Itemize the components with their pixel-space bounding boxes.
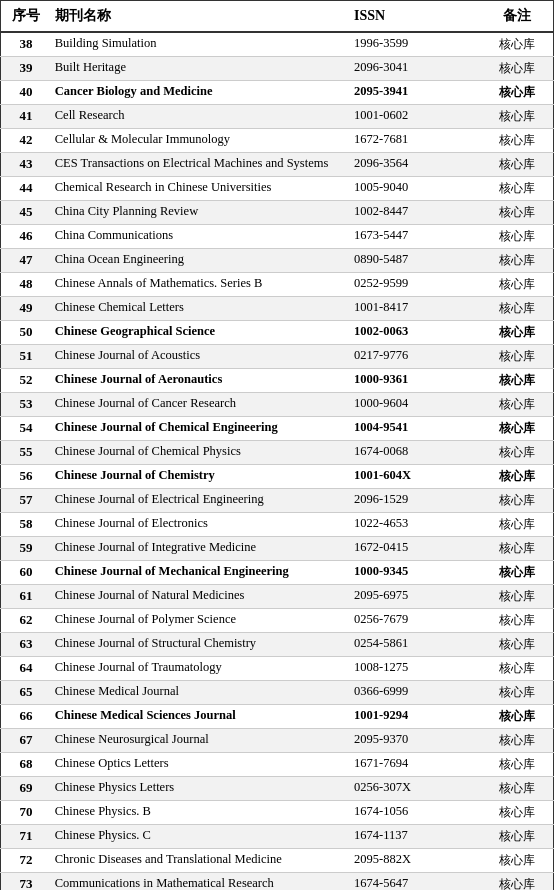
row-journal-name: Chinese Optics Letters	[51, 753, 350, 777]
table-row: 43CES Transactions on Electrical Machine…	[1, 153, 554, 177]
row-num: 61	[1, 585, 51, 609]
row-note: 核心库	[482, 201, 554, 225]
row-journal-name: Building Simulation	[51, 32, 350, 57]
row-issn: 1005-9040	[350, 177, 482, 201]
row-journal-name: Chronic Diseases and Translational Medic…	[51, 849, 350, 873]
row-issn: 1002-0063	[350, 321, 482, 345]
row-journal-name: Chinese Neurosurgical Journal	[51, 729, 350, 753]
row-issn: 1674-1056	[350, 801, 482, 825]
table-row: 42Cellular & Molecular Immunology1672-76…	[1, 129, 554, 153]
row-issn: 2095-882X	[350, 849, 482, 873]
table-row: 54Chinese Journal of Chemical Engineerin…	[1, 417, 554, 441]
row-note: 核心库	[482, 609, 554, 633]
row-journal-name: Chemical Research in Chinese Universitie…	[51, 177, 350, 201]
row-issn: 1001-9294	[350, 705, 482, 729]
row-journal-name: China Ocean Engineering	[51, 249, 350, 273]
row-issn: 0366-6999	[350, 681, 482, 705]
table-row: 66Chinese Medical Sciences Journal1001-9…	[1, 705, 554, 729]
table-row: 68Chinese Optics Letters1671-7694核心库	[1, 753, 554, 777]
row-journal-name: CES Transactions on Electrical Machines …	[51, 153, 350, 177]
table-row: 45China City Planning Review1002-8447核心库	[1, 201, 554, 225]
table-row: 61Chinese Journal of Natural Medicines20…	[1, 585, 554, 609]
row-issn: 2095-3941	[350, 81, 482, 105]
row-journal-name: China Communications	[51, 225, 350, 249]
table-row: 59Chinese Journal of Integrative Medicin…	[1, 537, 554, 561]
row-note: 核心库	[482, 297, 554, 321]
row-issn: 1022-4653	[350, 513, 482, 537]
row-num: 67	[1, 729, 51, 753]
row-issn: 1674-0068	[350, 441, 482, 465]
row-journal-name: Chinese Journal of Cancer Research	[51, 393, 350, 417]
table-row: 39Built Heritage2096-3041核心库	[1, 57, 554, 81]
table-row: 70Chinese Physics. B1674-1056核心库	[1, 801, 554, 825]
row-note: 核心库	[482, 32, 554, 57]
row-num: 42	[1, 129, 51, 153]
col-header-issn: ISSN	[350, 1, 482, 33]
row-journal-name: Chinese Journal of Aeronautics	[51, 369, 350, 393]
row-note: 核心库	[482, 393, 554, 417]
row-num: 47	[1, 249, 51, 273]
row-num: 59	[1, 537, 51, 561]
row-journal-name: Cellular & Molecular Immunology	[51, 129, 350, 153]
row-journal-name: Chinese Physics. C	[51, 825, 350, 849]
table-row: 55Chinese Journal of Chemical Physics167…	[1, 441, 554, 465]
row-num: 62	[1, 609, 51, 633]
table-row: 51Chinese Journal of Acoustics0217-9776核…	[1, 345, 554, 369]
row-num: 53	[1, 393, 51, 417]
row-issn: 1996-3599	[350, 32, 482, 57]
row-note: 核心库	[482, 417, 554, 441]
row-note: 核心库	[482, 585, 554, 609]
row-issn: 1001-0602	[350, 105, 482, 129]
row-num: 73	[1, 873, 51, 891]
row-issn: 0256-307X	[350, 777, 482, 801]
row-journal-name: Chinese Journal of Traumatology	[51, 657, 350, 681]
row-issn: 2095-6975	[350, 585, 482, 609]
row-journal-name: Chinese Journal of Chemistry	[51, 465, 350, 489]
row-num: 50	[1, 321, 51, 345]
row-note: 核心库	[482, 777, 554, 801]
table-header-row: 序号 期刊名称 ISSN 备注	[1, 1, 554, 33]
row-journal-name: Built Heritage	[51, 57, 350, 81]
row-journal-name: China City Planning Review	[51, 201, 350, 225]
row-num: 46	[1, 225, 51, 249]
row-issn: 0217-9776	[350, 345, 482, 369]
col-header-num: 序号	[1, 1, 51, 33]
row-journal-name: Chinese Medical Journal	[51, 681, 350, 705]
row-note: 核心库	[482, 369, 554, 393]
row-note: 核心库	[482, 657, 554, 681]
row-num: 51	[1, 345, 51, 369]
row-journal-name: Chinese Chemical Letters	[51, 297, 350, 321]
row-note: 核心库	[482, 801, 554, 825]
row-num: 45	[1, 201, 51, 225]
row-issn: 1002-8447	[350, 201, 482, 225]
table-row: 50Chinese Geographical Science1002-0063核…	[1, 321, 554, 345]
row-issn: 0890-5487	[350, 249, 482, 273]
row-journal-name: Chinese Journal of Mechanical Engineerin…	[51, 561, 350, 585]
row-issn: 1004-9541	[350, 417, 482, 441]
row-num: 64	[1, 657, 51, 681]
row-issn: 1000-9361	[350, 369, 482, 393]
row-note: 核心库	[482, 561, 554, 585]
col-header-name: 期刊名称	[51, 1, 350, 33]
journal-table-container: 序号 期刊名称 ISSN 备注 38Building Simulation199…	[0, 0, 554, 890]
table-row: 49Chinese Chemical Letters1001-8417核心库	[1, 297, 554, 321]
row-note: 核心库	[482, 225, 554, 249]
row-num: 71	[1, 825, 51, 849]
row-note: 核心库	[482, 153, 554, 177]
table-row: 52Chinese Journal of Aeronautics1000-936…	[1, 369, 554, 393]
table-row: 67Chinese Neurosurgical Journal2095-9370…	[1, 729, 554, 753]
row-num: 55	[1, 441, 51, 465]
row-issn: 0252-9599	[350, 273, 482, 297]
table-row: 40Cancer Biology and Medicine2095-3941核心…	[1, 81, 554, 105]
row-num: 43	[1, 153, 51, 177]
table-row: 56Chinese Journal of Chemistry1001-604X核…	[1, 465, 554, 489]
row-issn: 1000-9345	[350, 561, 482, 585]
row-journal-name: Communications in Mathematical Research	[51, 873, 350, 891]
row-issn: 2096-1529	[350, 489, 482, 513]
row-note: 核心库	[482, 729, 554, 753]
row-journal-name: Chinese Geographical Science	[51, 321, 350, 345]
row-num: 57	[1, 489, 51, 513]
row-note: 核心库	[482, 753, 554, 777]
row-journal-name: Chinese Journal of Chemical Engineering	[51, 417, 350, 441]
row-num: 70	[1, 801, 51, 825]
